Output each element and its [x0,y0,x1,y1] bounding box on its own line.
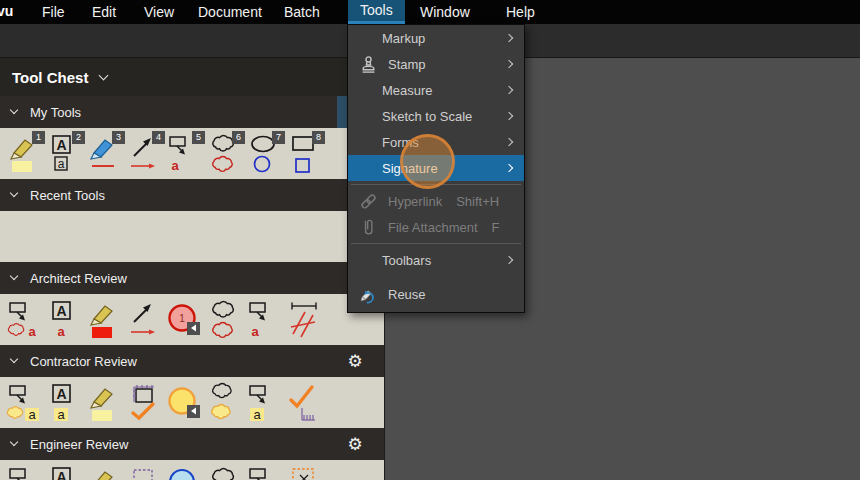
tool-cloud-markup[interactable]: 6 [206,131,242,177]
svg-text:A: A [56,469,66,480]
tools-dropdown-menu: MarkupStampMeasureSketch to ScaleFormsSi… [347,24,525,313]
menu-item-label: Measure [382,83,433,98]
section-header-my-tools[interactable]: My Tools⚙ [0,96,384,128]
chevron-down-icon[interactable] [10,106,18,114]
tool-cloud-callout-plain[interactable] [6,463,42,480]
attachment-icon [354,218,382,237]
section-label: Engineer Review [30,437,128,452]
gear-icon[interactable]: ⚙ [347,353,362,370]
tool-row-engineer-review: A [0,460,384,480]
section-gear-box[interactable]: ⚙ [337,345,373,377]
menu-item-label: Hyperlink [388,194,442,209]
tool-highlighter-blue-underline[interactable]: 3 [86,131,122,177]
chevron-down-icon[interactable] [10,355,18,363]
menu-item-shortcut: Shift+H [456,194,499,209]
menu-item-hyperlink[interactable]: HyperlinkShift+H [348,188,524,214]
menubar-item-edit[interactable]: Edit [80,0,128,24]
tool-callout-text-yellow[interactable]: a [246,380,282,426]
stamp-icon [354,55,382,74]
section-header-contractor-review[interactable]: Contractor Review⚙ [0,345,384,377]
tool-text-note-yellow[interactable]: Aa [46,380,82,426]
tool-text-note-plain[interactable]: A [46,463,82,480]
menubar-item-view[interactable]: View [132,0,186,24]
menubar-item-window[interactable]: Window [408,0,482,24]
menubar-item-file[interactable]: File [30,0,77,24]
tool-highlighter-yellow-fill[interactable] [86,380,122,426]
menu-separator [351,184,521,185]
svg-text:a: a [171,158,179,173]
tool-area-measure-check[interactable] [126,380,162,426]
reuse-icon [354,285,382,304]
tool-cloud-callout-red[interactable]: a [6,297,42,343]
menu-item-forms[interactable]: Forms [348,129,524,155]
tool-perimeter-measure-purple[interactable] [126,463,162,480]
menubar-item-help[interactable]: Help [494,0,547,24]
tool-arrow-line[interactable]: 4 [126,131,162,177]
gear-icon[interactable]: ⚙ [347,436,362,453]
tool-cloud-markup-red[interactable] [206,297,242,343]
menubar-item-batch[interactable]: Batch [272,0,332,24]
tool-highlighter-red[interactable] [86,297,122,343]
tool-rectangle-markup[interactable]: 8 [286,131,322,177]
chevron-down-icon[interactable] [10,438,18,446]
svg-text:a: a [57,324,65,339]
tool-text-note[interactable]: Aa2 [46,131,82,177]
menu-item-label: Forms [382,135,419,150]
tool-cloud-callout-yellow[interactable]: a [6,380,42,426]
svg-text:1: 1 [179,313,185,324]
chevron-down-icon[interactable] [10,272,18,280]
menu-item-label: Sketch to Scale [382,109,472,124]
app-logo: vu [0,3,13,19]
menubar-item-document[interactable]: Document [186,0,274,24]
tool-stamp-circle-blue[interactable] [166,463,202,480]
section-gear-box[interactable]: ⚙ [337,428,373,460]
tool-row-my-tools: 1Aa234a5678 [0,128,384,179]
tool-number-badge: 4 [152,131,165,144]
menu-item-sketch-to-scale[interactable]: Sketch to Scale [348,103,524,129]
svg-text:a: a [57,407,65,422]
menu-item-signature[interactable]: Signature [348,155,524,181]
tool-chest-panel: Tool Chest My Tools⚙1Aa234a5678Recent To… [0,58,385,480]
menu-item-measure[interactable]: Measure [348,77,524,103]
tool-dimension-red[interactable] [286,297,322,343]
menu-item-stamp[interactable]: Stamp [348,51,524,77]
tool-stamp-circle-yellow[interactable] [166,380,202,426]
submenu-arrow-icon [505,34,513,42]
menu-item-reuse[interactable]: Reuse [348,279,524,309]
menu-item-shortcut: F [492,220,500,235]
tool-cloud-markup-yellow[interactable] [206,380,242,426]
menu-item-label: File Attachment [388,220,478,235]
section-header-engineer-review[interactable]: Engineer Review⚙ [0,428,384,460]
chevron-down-icon[interactable] [99,70,109,80]
tool-stamp-circle-red[interactable]: 1 [166,297,202,343]
section-header-recent-tools[interactable]: Recent Tools⚙ [0,179,384,211]
submenu-arrow-icon [505,138,513,146]
tool-text-note-red[interactable]: Aa [46,297,82,343]
menu-item-label: Reuse [388,287,426,302]
tool-callout-text-red[interactable]: a [246,297,282,343]
tool-highlighter-gold[interactable] [86,463,122,480]
svg-text:A: A [56,137,66,153]
tool-callout-text[interactable]: a5 [166,131,202,177]
submenu-arrow-icon [505,164,513,172]
menu-item-markup[interactable]: Markup [348,25,524,51]
menu-item-file-attachment[interactable]: File AttachmentF [348,214,524,240]
tool-row-recent-tools [0,211,384,262]
section-header-architect-review[interactable]: Architect Review⚙ [0,262,384,294]
tool-cloud-plain[interactable] [206,463,242,480]
tool-ellipse-markup[interactable]: 7 [246,131,282,177]
tool-highlighter-yellow[interactable]: 1 [6,131,42,177]
tool-arrow-line-red[interactable] [126,297,162,343]
submenu-arrow-icon [505,112,513,120]
tool-callout-plain[interactable] [246,463,282,480]
tool-chest-header: Tool Chest [0,58,384,96]
tool-measure-orange[interactable] [286,463,322,480]
chevron-down-icon[interactable] [10,189,18,197]
menu-item-label: Markup [382,31,425,46]
section-label: My Tools [30,105,81,120]
menu-item-toolbars[interactable]: Toolbars [348,247,524,273]
hyperlink-icon [354,192,382,211]
tool-check-measure-orange[interactable] [286,380,322,426]
tool-number-badge: 5 [192,131,205,144]
menubar-item-tools[interactable]: Tools [348,0,405,24]
